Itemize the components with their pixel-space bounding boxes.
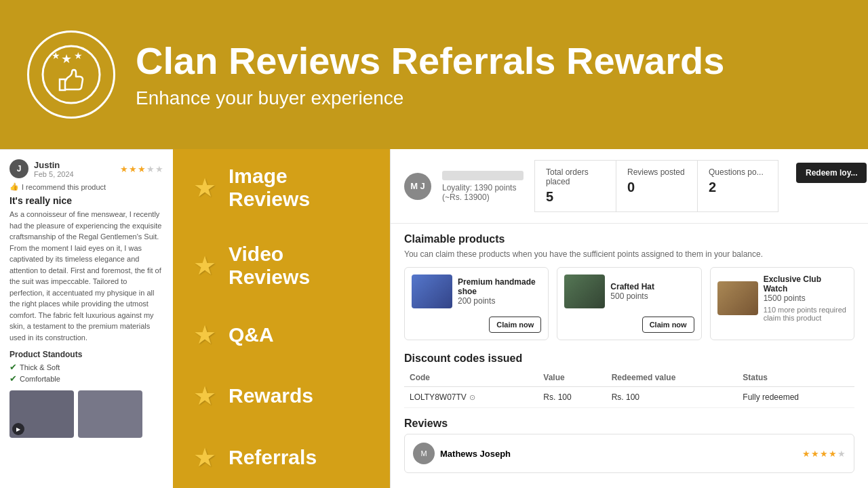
stat-reviews-label: Reviews posted xyxy=(627,167,686,177)
stat-questions-label: Questions po... xyxy=(709,167,767,177)
discount-redeemed: Rs. 100 xyxy=(606,387,738,408)
redeem-loyalty-button[interactable]: Redeem loy... xyxy=(796,163,867,183)
review-header: J Justin Feb 5, 2024 ★ ★ ★ ★ ★ xyxy=(9,159,163,178)
product-image-hat xyxy=(564,274,605,308)
stats-boxes: Total orders placed 5 Reviews posted 0 Q… xyxy=(534,160,778,212)
claim-button-hat[interactable]: Claim now xyxy=(642,317,694,333)
product-row: Crafted Hat 500 points xyxy=(564,274,694,308)
standouts-title: Product Standouts xyxy=(9,350,163,359)
products-grid: Premium handmade shoe 200 points Claim n… xyxy=(404,267,854,340)
star-icon: ★ xyxy=(193,443,216,472)
user-avatar: M J xyxy=(404,173,431,200)
feature-label: Rewards xyxy=(229,384,313,407)
col-redeemed: Redeemed value xyxy=(606,369,738,387)
user-info: Loyality: 1390 points (~Rs. 13900) xyxy=(442,171,524,202)
copy-icon[interactable]: ⊙ xyxy=(469,393,475,402)
dashboard-panel: M J Loyality: 1390 points (~Rs. 13900) T… xyxy=(390,149,868,488)
product-image-shoe xyxy=(412,274,452,308)
stat-orders-label: Total orders placed xyxy=(546,167,605,186)
stat-reviews: Reviews posted 0 xyxy=(616,160,697,212)
app-subtitle: Enhance your buyer experience xyxy=(136,87,724,109)
claim-button-shoe[interactable]: Claim now xyxy=(489,317,541,333)
product-name: Exclusive Club Watch xyxy=(764,274,847,293)
product-name: Premium handmade shoe xyxy=(458,277,541,296)
review-stars-small: ★ ★ ★ ★ ★ xyxy=(802,449,846,459)
feature-label: Video Reviews xyxy=(229,243,370,289)
recommend-badge: 👍 I recommend this product xyxy=(9,182,163,191)
product-info: Exclusive Club Watch 1500 points 110 mor… xyxy=(764,274,847,322)
reviewer-avatar: M xyxy=(413,443,435,464)
discount-value: Rs. 100 xyxy=(538,387,606,408)
product-card-watch: Exclusive Club Watch 1500 points 110 mor… xyxy=(710,267,854,340)
col-status: Status xyxy=(737,369,854,387)
dashboard-header: M J Loyality: 1390 points (~Rs. 13900) T… xyxy=(391,149,868,224)
logo: ★ ★ ★ xyxy=(27,30,115,119)
dashboard-body: Claimable products You can claim these p… xyxy=(391,224,868,488)
svg-text:★: ★ xyxy=(74,50,83,61)
stat-orders: Total orders placed 5 xyxy=(534,160,616,212)
product-info: Crafted Hat 500 points xyxy=(610,282,694,301)
discount-section: Discount codes issued Code Value Redeeme… xyxy=(404,352,854,408)
reviewer-name: Justin xyxy=(34,160,115,170)
reviewer-date: Feb 5, 2024 xyxy=(34,170,115,178)
feature-referrals: ★ Referrals xyxy=(193,443,370,472)
reviews-section: Reviews M Mathews Joseph ★ ★ ★ ★ ★ xyxy=(404,418,854,473)
reviewer-name-sm: Mathews Joseph xyxy=(440,449,511,459)
review-card-small: M Mathews Joseph ★ ★ ★ ★ ★ xyxy=(404,434,854,473)
feature-video-reviews: ★ Video Reviews xyxy=(193,243,370,289)
discount-title: Discount codes issued xyxy=(404,352,854,365)
star-icon: ★ xyxy=(193,173,216,203)
review-images: ▶ xyxy=(9,390,163,438)
discount-status: Fully redeemed xyxy=(737,387,854,408)
logo-icon: ★ ★ ★ xyxy=(41,44,102,105)
stat-reviews-value: 0 xyxy=(627,180,686,195)
reviews-title: Reviews xyxy=(404,418,854,430)
star-icon: ★ xyxy=(193,251,216,281)
standout-item: ✔ Thick & Soft xyxy=(9,362,163,372)
star-icon: ★ xyxy=(193,320,216,350)
stat-orders-value: 5 xyxy=(546,189,605,205)
feature-image-reviews: ★ Image Reviews xyxy=(193,165,370,211)
avatar: J xyxy=(9,159,28,178)
review-title: It's really nice xyxy=(9,195,163,206)
play-button[interactable]: ▶ xyxy=(12,423,24,435)
check-icon: ✔ xyxy=(9,362,17,372)
features-panel: ★ Image Reviews ★ Video Reviews ★ Q&A ★ … xyxy=(173,149,390,488)
user-loyalty: Loyality: 1390 points (~Rs. 13900) xyxy=(442,183,524,202)
product-standouts: Product Standouts ✔ Thick & Soft ✔ Comfo… xyxy=(9,350,163,384)
product-note: 110 more points required claim this prod… xyxy=(764,306,847,322)
product-points: 1500 points xyxy=(764,293,847,303)
header: ★ ★ ★ Clan Reviews Referrals Rewards Enh… xyxy=(0,0,868,149)
review-image-video: ▶ xyxy=(9,390,74,438)
feature-label: Referrals xyxy=(229,446,317,469)
product-info: Premium handmade shoe 200 points xyxy=(458,277,541,306)
user-name-bar xyxy=(442,171,524,180)
product-image-watch xyxy=(717,281,758,315)
discount-row: LOLTY8W07TV ⊙ Rs. 100 Rs. 100 Fully rede… xyxy=(404,387,854,408)
standout-item: ✔ Comfortable xyxy=(9,373,163,384)
discount-code: LOLTY8W07TV ⊙ xyxy=(404,387,538,408)
app-title: Clan Reviews Referrals Rewards xyxy=(136,40,724,82)
feature-label: Q&A xyxy=(229,323,274,346)
stat-questions: Questions po... 2 xyxy=(697,160,778,212)
svg-text:★: ★ xyxy=(52,50,60,61)
content-area: J Justin Feb 5, 2024 ★ ★ ★ ★ ★ 👍 I recom… xyxy=(0,149,868,488)
claimable-desc: You can claim these products when you ha… xyxy=(404,249,854,259)
header-text: Clan Reviews Referrals Rewards Enhance y… xyxy=(136,40,724,109)
review-panel: J Justin Feb 5, 2024 ★ ★ ★ ★ ★ 👍 I recom… xyxy=(0,149,173,488)
feature-qa: ★ Q&A xyxy=(193,320,370,350)
check-icon: ✔ xyxy=(9,373,17,384)
review-body: As a connoisseur of fine menswear, I rec… xyxy=(9,209,163,343)
discount-table: Code Value Redeemed value Status LOLTY8W… xyxy=(404,369,854,408)
product-row: Exclusive Club Watch 1500 points 110 mor… xyxy=(717,274,847,322)
col-code: Code xyxy=(404,369,538,387)
product-points: 200 points xyxy=(458,296,541,306)
reviewer-row: M Mathews Joseph ★ ★ ★ ★ ★ xyxy=(413,443,846,464)
product-card-shoe: Premium handmade shoe 200 points Claim n… xyxy=(404,267,549,340)
review-stars: ★ ★ ★ ★ ★ xyxy=(120,164,163,174)
review-image-photo xyxy=(78,390,142,438)
reviewer-info: Justin Feb 5, 2024 xyxy=(34,160,115,178)
stat-questions-value: 2 xyxy=(709,180,767,195)
product-points: 500 points xyxy=(610,291,694,301)
feature-rewards: ★ Rewards xyxy=(193,381,370,411)
